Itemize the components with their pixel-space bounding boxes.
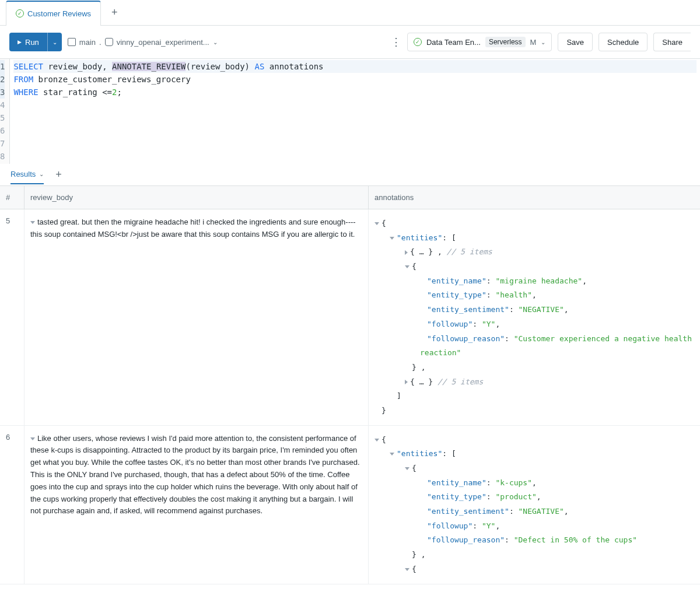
row-index: 6	[0, 426, 24, 584]
col-index: #	[0, 186, 24, 209]
run-button-group: Run ⌄	[9, 33, 62, 51]
cluster-size: M	[530, 38, 537, 47]
schedule-button[interactable]: Schedule	[598, 33, 648, 51]
collapse-icon[interactable]	[390, 453, 394, 456]
schema-icon	[105, 38, 113, 46]
toolbar: Run ⌄ main . vinny_openai_experiment... …	[0, 26, 700, 59]
cell-review-body: Like other users, whose reviews I wish I…	[24, 426, 369, 584]
new-tab-button[interactable]: +	[111, 6, 118, 19]
collapse-icon[interactable]	[405, 568, 410, 571]
results-grid: #review_bodyannotations5tasted great. bu…	[0, 186, 700, 584]
serverless-badge: Serverless	[485, 37, 526, 47]
tab-title: Customer Reviews	[27, 9, 91, 18]
collapse-icon[interactable]	[390, 237, 394, 240]
tab-customer-reviews[interactable]: Customer Reviews	[6, 1, 101, 26]
row-index: 5	[0, 209, 24, 426]
cell-review-body: tasted great. but then the migraine head…	[24, 209, 369, 426]
cell-annotations: {"entities": [{"entity_name": "k-cups","…	[369, 426, 700, 584]
schema-name: vinny_openai_experiment...	[117, 38, 209, 47]
sql-editor[interactable]: 12345678 SELECT review_body, ANNOTATE_RE…	[0, 59, 700, 164]
cell-annotations: {"entities": [{ … } , // 5 items{"entity…	[369, 209, 700, 426]
collapse-icon[interactable]	[405, 265, 410, 268]
col-review-body[interactable]: review_body	[24, 186, 369, 209]
cluster-selector[interactable]: Data Team En... Serverless M ⌄	[407, 33, 552, 51]
expand-icon[interactable]	[405, 250, 408, 255]
line-gutter: 12345678	[0, 59, 10, 164]
chevron-down-icon: ⌄	[213, 39, 218, 45]
status-ok-icon	[16, 9, 24, 17]
collapse-icon[interactable]	[405, 467, 410, 470]
results-tab[interactable]: Results ⌄	[10, 170, 44, 184]
more-menu[interactable]: ⋮	[391, 37, 401, 47]
chevron-down-icon: ⌄	[39, 171, 44, 177]
save-button[interactable]: Save	[558, 33, 593, 51]
collapse-icon[interactable]	[374, 222, 379, 225]
cluster-status-icon	[414, 38, 422, 46]
cluster-name: Data Team En...	[426, 38, 481, 47]
catalog-icon	[68, 38, 76, 46]
expand-icon[interactable]	[30, 437, 35, 440]
catalog-breadcrumb[interactable]: main . vinny_openai_experiment... ⌄	[68, 38, 218, 47]
code-area[interactable]: SELECT review_body, ANNOTATE_REVIEW(revi…	[10, 59, 700, 164]
run-dropdown[interactable]: ⌄	[47, 33, 62, 51]
col-annotations[interactable]: annotations	[369, 186, 700, 209]
tab-bar: Customer Reviews +	[0, 0, 700, 26]
run-button[interactable]: Run	[9, 33, 47, 51]
chevron-down-icon: ⌄	[541, 39, 545, 45]
catalog-name: main	[79, 38, 96, 47]
expand-icon[interactable]	[30, 221, 35, 224]
add-result-tab[interactable]: +	[55, 169, 62, 185]
result-tab-bar: Results ⌄ +	[0, 164, 700, 186]
share-button[interactable]: Share	[653, 33, 691, 51]
collapse-icon[interactable]	[374, 439, 379, 442]
expand-icon[interactable]	[405, 380, 408, 384]
